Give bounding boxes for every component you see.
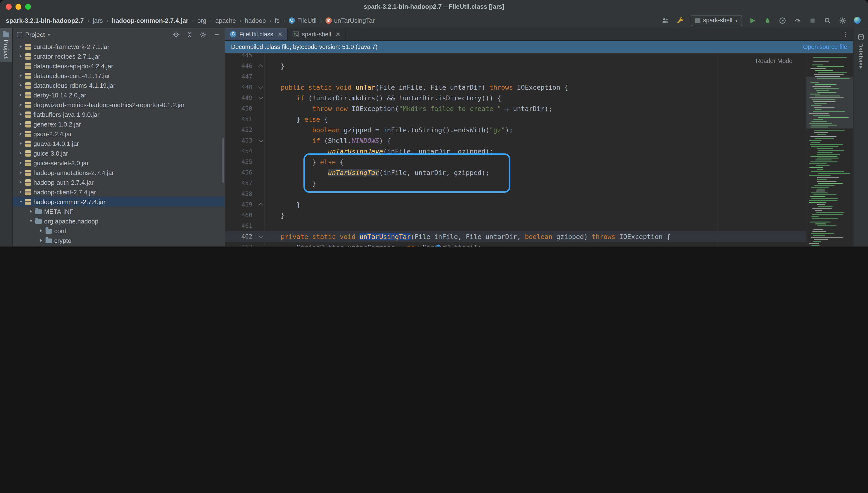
tree-chevron-icon[interactable] — [18, 142, 24, 145]
line-number[interactable]: 452 — [225, 125, 256, 135]
stop-button[interactable] — [807, 15, 817, 26]
line-number[interactable]: 455 — [225, 156, 256, 167]
line-number[interactable]: 446 — [225, 61, 256, 71]
minimize-window-button[interactable] — [16, 4, 21, 9]
collapse-button[interactable] — [185, 29, 193, 40]
tree-item[interactable]: guice-servlet-3.0.jar — [13, 158, 225, 168]
tree-chevron-icon[interactable] — [18, 55, 24, 58]
run-config-select[interactable]: spark-shell▾ — [690, 15, 742, 26]
project-scrollbar[interactable] — [222, 138, 224, 183]
line-number[interactable]: 448 — [225, 82, 256, 92]
tree-chevron-icon[interactable] — [18, 132, 24, 135]
tree-item[interactable]: generex-1.0.2.jar — [13, 119, 225, 129]
code-editor[interactable]: 445446 }447448 public static void unTar(… — [225, 53, 806, 246]
line-number[interactable]: 450 — [225, 103, 256, 114]
tree-chevron-icon[interactable] — [18, 171, 24, 174]
sphere-button[interactable] — [852, 15, 862, 26]
code-line[interactable]: 458 — [225, 189, 806, 199]
code-line[interactable]: 450 throw new IOException("Mkdirs failed… — [225, 103, 806, 114]
search-button[interactable] — [822, 15, 832, 26]
debug-button[interactable] — [762, 15, 772, 26]
breadcrumb-item[interactable]: hadoop-common-2.7.4.jar — [112, 17, 188, 24]
tree-item[interactable]: datanucleus-rdbms-4.1.19.jar — [13, 81, 225, 90]
tree-item[interactable]: hadoop-annotations-2.7.4.jar — [13, 168, 225, 177]
tree-chevron-icon[interactable] — [28, 210, 35, 213]
code-line[interactable]: 445 — [225, 53, 806, 61]
line-number[interactable]: 458 — [225, 189, 256, 199]
tree-item[interactable]: hadoop-common-2.7.4.jar — [13, 197, 225, 207]
code-line[interactable]: 449 if (!untarDir.mkdirs() && !untarDir.… — [225, 92, 806, 103]
code-line[interactable]: 451 } else { — [225, 114, 806, 125]
breadcrumb-item[interactable]: org — [198, 17, 207, 24]
open-source-file-link[interactable]: Open source file — [803, 43, 847, 50]
tree-chevron-icon[interactable] — [18, 45, 24, 48]
editor-tab[interactable]: CFileUtil.class✕ — [225, 28, 288, 40]
tree-chevron-icon[interactable] — [18, 84, 24, 87]
tree-item[interactable]: guava-14.0.1.jar — [13, 138, 225, 148]
code-line[interactable]: 461 — [225, 220, 806, 231]
tree-item[interactable]: crypto — [13, 236, 225, 245]
target-button[interactable] — [172, 29, 180, 40]
tree-item[interactable]: dropwizard-metrics-hadoop-metrics2-repor… — [13, 100, 225, 110]
profiler-button[interactable] — [793, 15, 802, 26]
tree-chevron-icon[interactable] — [18, 152, 24, 155]
breadcrumb-item[interactable]: hadoop — [245, 17, 266, 24]
maximize-window-button[interactable] — [25, 4, 31, 9]
line-number[interactable]: 456 — [225, 167, 256, 178]
breadcrumb-item[interactable]: spark-3.2.1-bin-hadoop2.7 — [6, 17, 84, 24]
code-line[interactable]: 447 — [225, 71, 806, 82]
tree-item[interactable]: META-INF — [13, 207, 225, 216]
tree-item[interactable]: curator-recipes-2.7.1.jar — [13, 51, 225, 61]
tree-item[interactable]: hadoop-auth-2.7.4.jar — [13, 177, 225, 187]
code-line[interactable]: 453 if (Shell.WINDOWS) { — [225, 135, 806, 146]
close-tab-icon[interactable]: ✕ — [336, 31, 340, 38]
code-line[interactable]: 459 } — [225, 199, 806, 210]
tree-chevron-icon[interactable] — [18, 181, 24, 184]
line-number[interactable]: 462 — [225, 231, 256, 242]
tree-item[interactable]: org.apache.hadoop — [13, 216, 225, 226]
minimap[interactable] — [806, 53, 853, 246]
tree-chevron-icon[interactable] — [18, 93, 24, 97]
code-line[interactable]: 452 boolean gzipped = inFile.toString().… — [225, 125, 806, 135]
line-number[interactable]: 445 — [225, 53, 256, 61]
settings-button[interactable] — [199, 29, 207, 40]
tree-item[interactable]: curator-framework-2.7.1.jar — [13, 42, 225, 51]
code-line[interactable]: 455 } else { — [225, 156, 806, 167]
minus-button[interactable] — [213, 29, 221, 40]
tree-item[interactable]: derby-10.14.2.0.jar — [13, 90, 225, 100]
minimap-viewport[interactable] — [806, 77, 853, 128]
breadcrumb-item[interactable]: CFileUtil — [289, 17, 316, 24]
fold-marker-icon[interactable] — [256, 236, 265, 238]
tree-chevron-icon[interactable] — [38, 239, 45, 242]
tree-chevron-icon[interactable] — [18, 191, 24, 193]
fold-marker-icon[interactable] — [256, 203, 265, 206]
tab-options-icon[interactable]: ⋮ — [842, 30, 853, 38]
wrench-button[interactable] — [676, 15, 685, 26]
line-number[interactable]: 460 — [225, 210, 256, 220]
line-number[interactable]: 447 — [225, 71, 256, 82]
line-number[interactable]: 459 — [225, 199, 256, 210]
tree-chevron-icon[interactable] — [18, 113, 24, 116]
reader-mode-label[interactable]: Reader Mode — [756, 58, 793, 64]
tree-item[interactable]: datanucleus-core-4.1.17.jar — [13, 71, 225, 81]
tree-item[interactable]: flatbuffers-java-1.9.0.jar — [13, 110, 225, 119]
project-panel-title[interactable]: Project — [25, 31, 45, 38]
tree-item[interactable]: hadoop-client-2.7.4.jar — [13, 187, 225, 197]
tree-chevron-icon[interactable] — [28, 220, 35, 222]
fold-marker-icon[interactable] — [256, 140, 265, 142]
line-number[interactable]: 451 — [225, 114, 256, 125]
breadcrumb-item[interactable]: fs — [275, 17, 279, 24]
coverage-button[interactable] — [777, 15, 787, 26]
tree-chevron-icon[interactable] — [18, 162, 24, 164]
code-line[interactable]: 462 private static void unTarUsingTar(Fi… — [225, 231, 806, 242]
breadcrumb-item[interactable]: munTarUsingTar — [325, 17, 375, 24]
line-number[interactable]: 463 — [225, 242, 256, 246]
users-button[interactable] — [660, 15, 670, 26]
code-line[interactable]: 448 public static void unTar(File inFile… — [225, 82, 806, 92]
code-line[interactable]: 457 } — [225, 178, 806, 189]
tree-item[interactable]: gson-2.2.4.jar — [13, 129, 225, 138]
line-number[interactable]: 453 — [225, 135, 256, 146]
fold-marker-icon[interactable] — [256, 65, 265, 67]
tree-item[interactable]: conf — [13, 226, 225, 236]
run-button[interactable] — [747, 15, 757, 26]
